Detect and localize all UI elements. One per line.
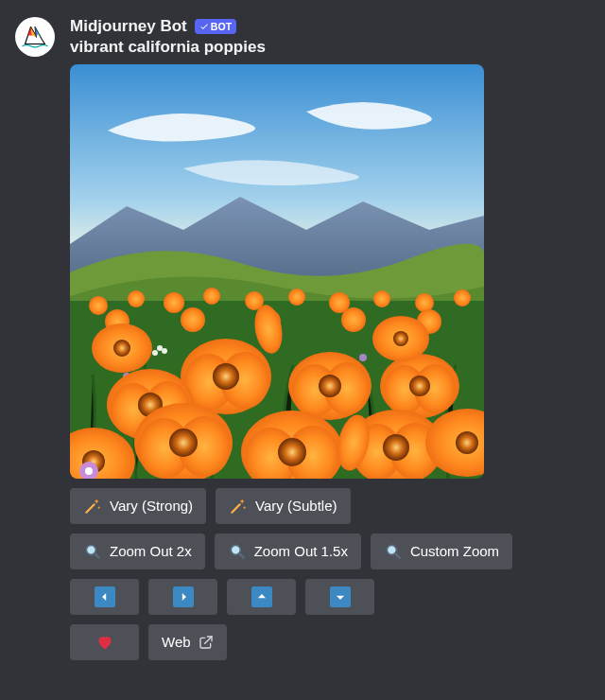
external-link-icon [199,635,214,650]
svg-point-15 [341,307,366,332]
svg-point-60 [383,434,409,461]
vary-strong-label: Vary (Strong) [110,488,193,524]
prompt-text: vibrant california poppies [70,38,590,57]
svg-point-4 [164,292,184,313]
svg-point-52 [169,429,198,457]
svg-point-10 [415,293,434,312]
message: Midjourney Bot BOT vibrant california po… [0,0,605,677]
svg-point-48 [393,331,408,346]
sparkle-wand-icon [229,497,248,516]
svg-point-19 [152,350,158,356]
pan-right-button[interactable] [148,579,217,615]
vary-subtle-label: Vary (Subtle) [255,488,337,524]
svg-point-9 [373,290,390,307]
pan-down-button[interactable] [305,579,374,615]
button-row-pan [70,579,590,615]
web-link-button[interactable]: Web [148,624,227,660]
vary-strong-button[interactable]: Vary (Strong) [70,488,206,524]
svg-point-11 [454,289,471,306]
zoom-out-1-5x-label: Zoom Out 1.5x [254,534,348,569]
svg-point-3 [128,290,145,307]
svg-point-32 [213,363,239,390]
zoom-out-2x-button[interactable]: Zoom Out 2x [70,534,205,569]
svg-point-7 [288,289,305,306]
pan-left-button[interactable] [70,579,139,615]
favorite-button[interactable] [70,624,139,660]
svg-point-36 [319,375,341,397]
bot-badge: BOT [195,19,237,34]
zoom-out-2x-label: Zoom Out 2x [110,534,192,569]
custom-zoom-button[interactable]: Custom Zoom [371,534,512,569]
button-row-zoom: Zoom Out 2x Zoom Out 1.5x Custom Zoom [70,534,590,569]
web-label: Web [162,624,191,660]
svg-point-68 [85,467,93,475]
svg-point-18 [162,348,167,354]
arrow-up-icon [251,586,272,607]
button-row-vary: Vary (Strong) Vary (Subtle) [70,488,590,524]
arrow-down-icon [330,586,351,607]
heart-icon [95,633,114,652]
arrow-left-icon [95,586,115,607]
svg-point-2 [89,296,108,315]
magnifier-icon [228,542,247,561]
action-buttons: Vary (Strong) Vary (Subtle) Zoom Out 2x [70,488,590,660]
svg-point-5 [203,288,220,305]
svg-point-17 [157,345,163,351]
sparkle-wand-icon [83,497,102,516]
bot-badge-text: BOT [211,21,233,32]
svg-point-56 [278,438,306,466]
custom-zoom-label: Custom Zoom [410,534,499,569]
svg-point-44 [409,376,430,396]
svg-point-46 [113,340,130,357]
midjourney-logo-icon [21,23,49,51]
generated-image[interactable] [70,64,484,479]
verified-check-icon [199,22,209,31]
svg-point-62 [456,431,478,454]
magnifier-icon [83,542,102,561]
svg-point-13 [181,307,205,332]
zoom-out-1-5x-button[interactable]: Zoom Out 1.5x [215,534,361,569]
button-row-misc: Web [70,624,590,660]
pan-up-button[interactable] [227,579,296,615]
message-header: Midjourney Bot BOT [70,17,590,36]
vary-subtle-button[interactable]: Vary (Subtle) [216,488,350,524]
arrow-right-icon [173,586,194,607]
message-content: Midjourney Bot BOT vibrant california po… [70,17,590,660]
author-avatar[interactable] [15,17,55,57]
author-name[interactable]: Midjourney Bot [70,17,187,36]
magnifier-icon [384,542,403,561]
svg-point-26 [359,354,367,361]
